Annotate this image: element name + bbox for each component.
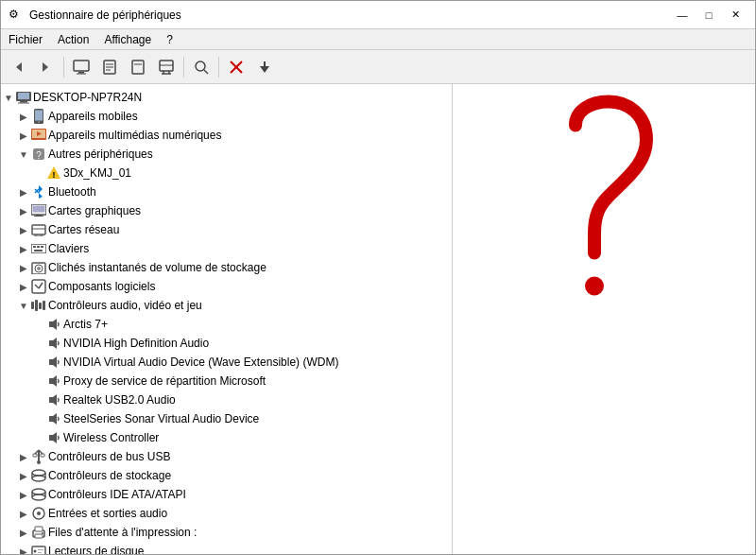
forward-button[interactable] xyxy=(33,54,60,80)
expand-icon[interactable]: ▶ xyxy=(16,241,31,256)
list-item[interactable]: ▶ ! 3Dx_KMJ_01 xyxy=(1,164,452,182)
back-button[interactable] xyxy=(5,54,31,80)
item-label: Appareils mobiles xyxy=(48,110,448,123)
expand-icon[interactable]: ▶ xyxy=(16,260,31,275)
window-controls: — □ ✕ xyxy=(670,6,747,25)
mobile-icon xyxy=(31,109,46,124)
svg-rect-73 xyxy=(41,454,44,457)
item-label: Cartes graphiques xyxy=(48,204,448,217)
other-icon: ? xyxy=(31,147,46,162)
svg-marker-64 xyxy=(49,356,57,368)
list-item[interactable]: ▶ Wireless Controller xyxy=(1,428,452,447)
expand-icon[interactable]: ▶ xyxy=(16,222,31,237)
svg-rect-40 xyxy=(36,215,42,216)
update-button[interactable] xyxy=(251,54,278,80)
list-item[interactable]: ▶ Contrôleurs de stockage xyxy=(1,466,452,485)
audio-item-icon xyxy=(46,336,61,351)
svg-text:?: ? xyxy=(36,150,42,161)
list-item[interactable]: ▶ Contrôleurs IDE ATA/ATAPI xyxy=(1,485,452,504)
properties-button[interactable] xyxy=(96,54,123,80)
expand-icon[interactable]: ▶ xyxy=(16,468,31,483)
list-item[interactable]: ▶ NVIDIA High Definition Audio xyxy=(1,334,452,353)
list-item[interactable]: ▶ Arctis 7+ xyxy=(1,315,452,334)
svg-line-56 xyxy=(35,285,39,288)
list-item[interactable]: ▶ Proxy de service de répartition Micros… xyxy=(1,372,452,390)
list-item[interactable]: ▶ Realtek USB2.0 Audio xyxy=(1,390,452,409)
list-item[interactable]: ▶ Clichés instantanés de volume de stock… xyxy=(1,258,452,277)
close-button[interactable]: ✕ xyxy=(723,6,747,25)
list-item[interactable]: ▶ Bluetooth xyxy=(1,182,452,201)
svg-text:!: ! xyxy=(53,170,56,180)
svg-rect-23 xyxy=(20,101,27,103)
expand-icon[interactable]: ▶ xyxy=(16,279,31,294)
menu-affichage[interactable]: Affichage xyxy=(96,31,159,48)
expand-icon[interactable]: ▶ xyxy=(16,449,31,464)
svg-marker-62 xyxy=(49,319,57,330)
svg-marker-67 xyxy=(49,413,57,425)
expand-icon[interactable]: ▶ xyxy=(16,128,31,143)
toolbar-separator-2 xyxy=(183,57,184,78)
svg-rect-59 xyxy=(35,300,38,311)
minimize-button[interactable]: — xyxy=(670,6,695,25)
menu-aide[interactable]: ? xyxy=(159,31,180,48)
computer-button[interactable] xyxy=(68,54,94,80)
driver-button[interactable] xyxy=(125,54,151,80)
maximize-button[interactable]: □ xyxy=(696,6,721,25)
audio-item-icon xyxy=(46,373,61,389)
tree-root[interactable]: ▼ DESKTOP-NP7R24N xyxy=(1,88,452,107)
list-item[interactable]: ▶ Files d'attente à l'impression : xyxy=(1,523,452,542)
expand-icon[interactable]: ▶ xyxy=(16,109,31,124)
disk-icon xyxy=(31,544,46,554)
usb-icon xyxy=(31,449,46,464)
toolbar-separator-1 xyxy=(63,57,64,78)
storage-icon xyxy=(31,468,46,483)
svg-point-94 xyxy=(585,277,604,296)
menu-action[interactable]: Action xyxy=(50,31,96,48)
audio-item-icon xyxy=(46,317,61,332)
svg-point-28 xyxy=(38,121,40,123)
expand-icon[interactable]: ▶ xyxy=(16,487,31,502)
network-icon xyxy=(31,222,46,237)
list-item[interactable]: ▶ NVIDIA Virtual Audio Device (Wave Exte… xyxy=(1,353,452,372)
item-label: Autres périphériques xyxy=(48,147,448,161)
expand-icon[interactable]: ▶ xyxy=(16,184,31,199)
ide-icon xyxy=(31,487,46,502)
display-icon xyxy=(31,203,46,218)
scan-button[interactable] xyxy=(153,54,180,80)
media-icon xyxy=(31,128,46,143)
svg-line-57 xyxy=(39,283,43,288)
item-label: Claviers xyxy=(48,242,448,255)
list-item[interactable]: ▶ SteelSeries Sonar Virtual Audio Device xyxy=(1,409,452,428)
list-item[interactable]: ▼ Contrôleurs audio, vidéo et jeu xyxy=(1,296,452,315)
list-item[interactable]: ▶ Cartes réseau xyxy=(1,220,452,239)
expand-icon[interactable]: ▶ xyxy=(16,544,31,554)
list-item[interactable]: ▼ ? Autres périphériques xyxy=(1,145,452,164)
expand-icon[interactable]: ▶ xyxy=(16,525,31,540)
svg-rect-72 xyxy=(33,454,37,457)
item-label: Lecteurs de disque xyxy=(48,545,448,554)
svg-rect-3 xyxy=(78,72,84,74)
item-label: SteelSeries Sonar Virtual Audio Device xyxy=(63,412,448,425)
expand-icon[interactable]: ▶ xyxy=(16,506,31,521)
root-label: DESKTOP-NP7R24N xyxy=(33,91,448,104)
list-item[interactable]: ▶ Entrées et sorties audio xyxy=(1,504,452,523)
list-item[interactable]: ▶ Composants logiciels xyxy=(1,277,452,296)
delete-button[interactable] xyxy=(223,54,249,80)
list-item[interactable]: ▶ Appareils multimédias numériques xyxy=(1,126,452,145)
search-button[interactable] xyxy=(188,54,215,80)
svg-point-16 xyxy=(196,61,205,71)
list-item[interactable]: ▶ Contrôleurs de bus USB xyxy=(1,447,452,466)
list-item[interactable]: ▶ Cartes graphiques xyxy=(1,201,452,220)
svg-marker-0 xyxy=(16,62,22,72)
expand-icon[interactable]: ▼ xyxy=(16,147,31,162)
expand-icon[interactable]: ▶ xyxy=(16,203,31,218)
expand-icon[interactable]: ▼ xyxy=(16,298,31,313)
device-tree[interactable]: ▼ DESKTOP-NP7R24N ▶ xyxy=(1,84,453,554)
list-item[interactable]: ▶ Appareils mobiles xyxy=(1,107,452,126)
expand-root[interactable]: ▼ xyxy=(1,90,16,105)
menu-fichier[interactable]: Fichier xyxy=(1,31,50,48)
list-item[interactable]: ▶ Lecteurs de disque xyxy=(1,542,452,554)
svg-marker-68 xyxy=(49,432,57,443)
audio-controller-icon xyxy=(31,298,46,313)
list-item[interactable]: ▶ Claviers xyxy=(1,239,452,258)
